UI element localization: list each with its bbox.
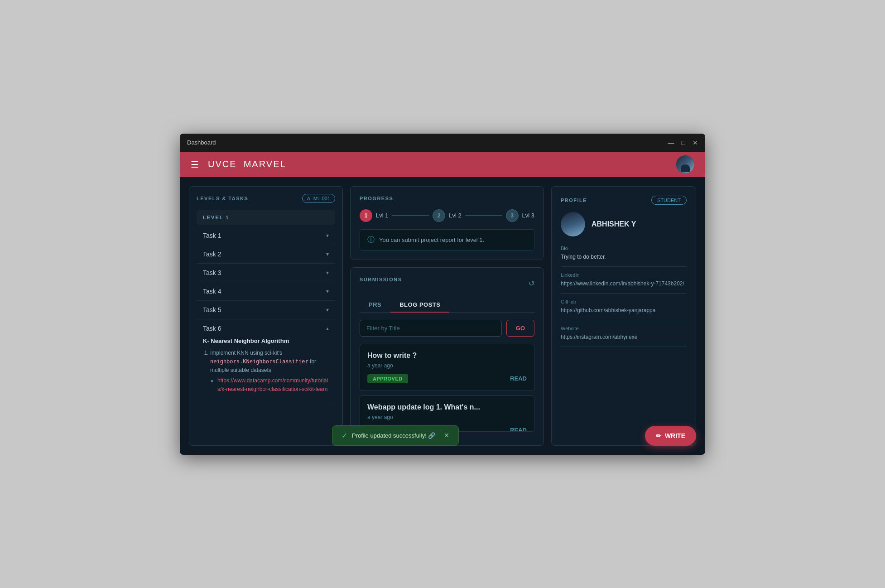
level-node-3: 3 Lvl 3 xyxy=(506,209,534,222)
task4-chevron-icon: ▾ xyxy=(326,288,329,294)
ai-ml-badge: AI-ML-001 xyxy=(302,194,335,203)
task6-desc1: Implement KNN using sci-kit's xyxy=(210,350,282,356)
profile-website-field: Website https://instagram.com/abhyi.exe xyxy=(561,326,687,347)
github-label: GitHub xyxy=(561,299,687,304)
profile-info-row: ABHISHEK Y xyxy=(561,212,687,236)
post1-footer: APPROVED READ xyxy=(367,374,527,383)
brand-logo: UVCE MARVEL xyxy=(208,159,286,169)
write-button[interactable]: ✏ WRITE xyxy=(645,426,696,446)
profile-panel: PROFILE STUDENT ABHISHEK Y Bio Trying to… xyxy=(551,186,696,446)
refresh-button[interactable]: ↺ xyxy=(529,279,534,288)
task3-label: Task 3 xyxy=(203,269,221,276)
tab-blog-posts[interactable]: BLOG POSTS xyxy=(390,298,449,313)
level-node-2: 2 Lvl 2 xyxy=(433,209,461,222)
submissions-tabs: PRS BLOG POSTS xyxy=(360,298,534,313)
level1-circle: 1 xyxy=(360,209,372,222)
linkedin-value[interactable]: https://www.linkedin.com/in/abhishek-y-7… xyxy=(561,280,687,288)
task6-link[interactable]: https://www.datacamp.com/community/tutor… xyxy=(217,377,328,392)
website-label: Website xyxy=(561,326,687,331)
toast-notification: ✓ Profile updated successfully! 🔗 ✕ xyxy=(332,425,459,446)
task1-chevron-icon: ▾ xyxy=(326,232,329,239)
levels-tasks-title: LEVELS & TASKS xyxy=(197,196,248,201)
post2-read-link[interactable]: READ xyxy=(510,427,527,432)
task2-item[interactable]: Task 2 ▾ xyxy=(197,245,335,264)
window-body: LEVELS & TASKS AI-ML-001 LEVEL 1 Task 1 … xyxy=(180,177,705,455)
close-button[interactable]: ✕ xyxy=(693,140,698,146)
avatar-image xyxy=(676,155,694,174)
profile-bio-field: Bio Trying to do better. xyxy=(561,246,687,267)
profile-name: ABHISHEK Y xyxy=(592,220,636,228)
brand-light: MARVEL xyxy=(244,159,286,169)
tab-prs[interactable]: PRS xyxy=(360,298,390,312)
menu-icon[interactable]: ☰ xyxy=(191,159,199,170)
filter-input[interactable] xyxy=(360,320,502,337)
go-button[interactable]: GO xyxy=(506,320,534,337)
task6-chevron-icon: ▴ xyxy=(326,325,329,332)
main-content: LEVELS & TASKS AI-ML-001 LEVEL 1 Task 1 … xyxy=(180,177,705,455)
level1-label: Lvl 1 xyxy=(376,212,388,219)
titlebar: Dashboard — □ ✕ xyxy=(180,134,705,152)
brand-bold: UVCE xyxy=(208,159,237,169)
toast-close-button[interactable]: ✕ xyxy=(444,432,449,439)
toast-check-icon: ✓ xyxy=(341,431,347,440)
bio-label: Bio xyxy=(561,246,687,251)
task6-code: neighbors.KNeighborsClassifier xyxy=(210,358,308,365)
level-line-1 xyxy=(392,215,429,216)
github-value[interactable]: https://github.com/abhishek-yanjarappa xyxy=(561,306,687,314)
task1-label: Task 1 xyxy=(203,232,221,239)
level1-header: LEVEL 1 xyxy=(197,210,335,225)
task1-item[interactable]: Task 1 ▾ xyxy=(197,227,335,245)
toast-message: Profile updated successfully! 🔗 xyxy=(352,432,435,439)
profile-linkedin-field: LinkedIn https://www.linkedin.com/in/abh… xyxy=(561,272,687,294)
student-badge: STUDENT xyxy=(651,196,687,205)
task3-item[interactable]: Task 3 ▾ xyxy=(197,264,335,282)
left-panel: LEVELS & TASKS AI-ML-001 LEVEL 1 Task 1 … xyxy=(189,186,343,446)
progress-info: ⓘ You can submit project report for leve… xyxy=(360,229,534,251)
level2-label: Lvl 2 xyxy=(449,212,461,219)
task3-chevron-icon: ▾ xyxy=(326,270,329,276)
progress-levels: 1 Lvl 1 2 Lvl 2 xyxy=(360,209,534,222)
level-line-2 xyxy=(465,215,502,216)
window-title: Dashboard xyxy=(187,139,216,146)
info-icon: ⓘ xyxy=(367,235,375,245)
submissions-title: SUBMISSIONS xyxy=(360,277,402,282)
window-controls: — □ ✕ xyxy=(668,140,698,146)
post1-date: a year ago xyxy=(367,362,527,369)
level3-label: Lvl 3 xyxy=(522,212,534,219)
header-left: ☰ UVCE MARVEL xyxy=(191,159,286,170)
task5-label: Task 5 xyxy=(203,306,221,313)
progress-title: PROGRESS xyxy=(360,196,534,201)
write-label: WRITE xyxy=(665,432,685,439)
post2-date: a year ago xyxy=(367,414,527,420)
task5-item[interactable]: Task 5 ▾ xyxy=(197,301,335,319)
task4-item[interactable]: Task 4 ▾ xyxy=(197,282,335,301)
blog-post-1: How to write ? a year ago APPROVED READ xyxy=(360,344,534,391)
user-avatar[interactable] xyxy=(676,155,694,174)
middle-panel: PROGRESS 1 Lvl 1 2 xyxy=(350,186,544,446)
profile-avatar-image xyxy=(561,212,585,236)
level2-circle: 2 xyxy=(433,209,445,222)
post1-read-link[interactable]: READ xyxy=(510,375,527,382)
task6-expanded: Task 6 ▴ K- Nearest Neighbor Algorithm I… xyxy=(197,319,335,404)
profile-header-row: PROFILE STUDENT xyxy=(561,196,687,205)
website-value[interactable]: https://instagram.com/abhyi.exe xyxy=(561,333,687,341)
profile-title: PROFILE xyxy=(561,198,587,203)
post1-status: APPROVED xyxy=(367,374,408,383)
bio-value: Trying to do better. xyxy=(561,253,687,261)
level-node-1: 1 Lvl 1 xyxy=(360,209,388,222)
level3-circle: 3 xyxy=(506,209,519,222)
filter-row: GO xyxy=(360,320,534,337)
profile-avatar xyxy=(561,212,585,236)
progress-card: PROGRESS 1 Lvl 1 2 xyxy=(350,186,544,260)
minimize-button[interactable]: — xyxy=(668,140,674,146)
task2-chevron-icon: ▾ xyxy=(326,251,329,257)
submissions-header: SUBMISSIONS ↺ xyxy=(360,277,534,290)
progress-info-text: You can submit project report for level … xyxy=(379,236,484,243)
submissions-card: SUBMISSIONS ↺ PRS BLOG POSTS GO How to w… xyxy=(350,267,544,446)
maximize-button[interactable]: □ xyxy=(682,140,685,146)
pencil-icon: ✏ xyxy=(656,432,661,439)
app-header: ☰ UVCE MARVEL xyxy=(180,152,705,177)
post2-title: Webapp update log 1. What's n... xyxy=(367,403,527,411)
linkedin-label: LinkedIn xyxy=(561,272,687,278)
task6-header[interactable]: Task 6 ▴ xyxy=(203,325,329,332)
